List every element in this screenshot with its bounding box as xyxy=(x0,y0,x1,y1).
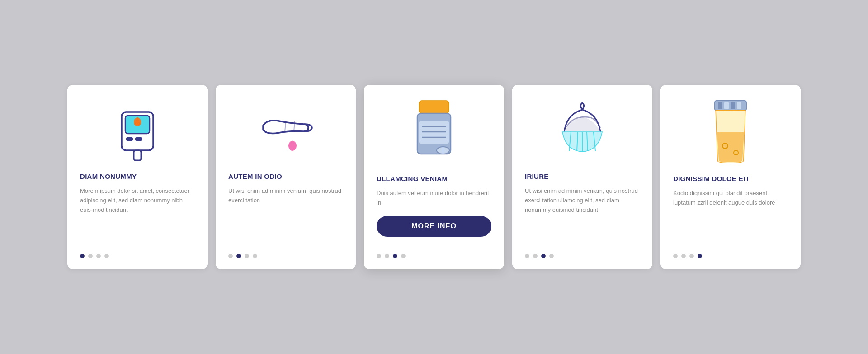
svg-line-9 xyxy=(285,121,286,132)
icon-area-2 xyxy=(228,98,343,162)
dot xyxy=(80,254,85,258)
dot xyxy=(393,254,397,258)
glucometer-icon xyxy=(113,98,162,162)
card-2-text: Ut wisi enim ad minim veniam, quis nostr… xyxy=(228,186,343,246)
card-1: DIAM NONUMMY Morem ipsum dolor sit amet,… xyxy=(67,85,208,269)
card-4-title: IRIURE xyxy=(525,172,549,180)
dot xyxy=(541,254,546,258)
dot xyxy=(104,254,109,258)
blooddrop-icon xyxy=(254,101,317,159)
svg-rect-28 xyxy=(737,102,741,109)
icon-area-5 xyxy=(673,98,788,164)
card-2-dots xyxy=(228,254,257,258)
card-5-text: Kodio dignissim qui blandit praesent lup… xyxy=(673,189,788,246)
dot xyxy=(698,254,702,258)
dot xyxy=(245,254,249,258)
card-4-dots xyxy=(525,254,554,258)
icon-area-1 xyxy=(80,98,195,162)
card-5-title: DIGNISSIM DOLOE EIT xyxy=(673,175,750,182)
svg-rect-26 xyxy=(724,102,729,109)
dot xyxy=(673,254,678,258)
svg-rect-25 xyxy=(718,102,722,109)
svg-rect-5 xyxy=(135,137,142,141)
dot xyxy=(533,254,538,258)
dot xyxy=(385,254,389,258)
dot xyxy=(236,254,241,258)
svg-rect-27 xyxy=(731,102,735,109)
card-3-dots xyxy=(377,254,406,258)
svg-rect-11 xyxy=(419,101,449,113)
dot xyxy=(689,254,694,258)
cards-container: DIAM NONUMMY Morem ipsum dolor sit amet,… xyxy=(49,67,819,287)
urinecup-icon xyxy=(708,98,753,164)
card-3: ULLAMCING VENIAM Duis autem vel eum iriu… xyxy=(364,85,504,269)
dot xyxy=(377,254,381,258)
icon-area-4 xyxy=(525,98,640,162)
dot xyxy=(401,254,406,258)
dot xyxy=(228,254,233,258)
dot xyxy=(681,254,686,258)
card-4: IRIURE Ut wisi enim ad minim veniam, qui… xyxy=(512,85,652,269)
dot xyxy=(88,254,93,258)
svg-line-10 xyxy=(294,121,295,132)
card-1-dots xyxy=(80,254,109,258)
dot xyxy=(253,254,257,258)
card-5: DIGNISSIM DOLOE EIT Kodio dignissim qui … xyxy=(660,85,801,269)
svg-rect-6 xyxy=(134,150,141,160)
svg-rect-4 xyxy=(126,137,133,141)
card-3-text: Duis autem vel eum iriure dolor in hendr… xyxy=(377,189,491,208)
dot xyxy=(96,254,101,258)
cupcake-icon xyxy=(553,101,612,159)
card-1-text: Morem ipsum dolor sit amet, consectetuer… xyxy=(80,186,195,246)
card-2: AUTEM IN ODIO Ut wisi enim ad minim veni… xyxy=(216,85,356,269)
dot xyxy=(525,254,529,258)
card-3-title: ULLAMCING VENIAM xyxy=(377,175,448,182)
pillbottle-icon xyxy=(409,98,459,164)
card-4-text: Ut wisi enim ad minim veniam, quis nostr… xyxy=(525,186,640,246)
more-info-button[interactable]: MORE INFO xyxy=(377,216,491,237)
icon-area-3 xyxy=(377,98,491,164)
card-5-dots xyxy=(673,254,702,258)
card-1-title: DIAM NONUMMY xyxy=(80,172,137,180)
card-2-title: AUTEM IN ODIO xyxy=(228,172,282,180)
dot xyxy=(549,254,554,258)
